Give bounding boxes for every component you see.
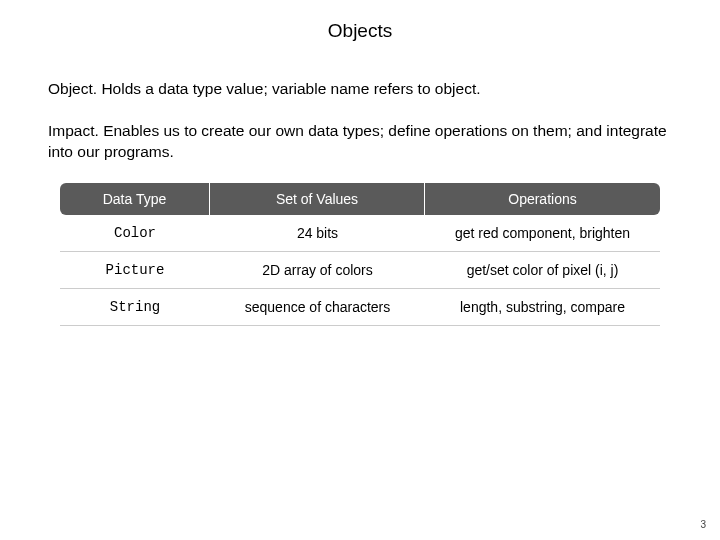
cell-data-type: Color bbox=[60, 215, 210, 252]
cell-operations: get/set color of pixel (i, j) bbox=[425, 252, 660, 289]
header-data-type: Data Type bbox=[60, 183, 210, 215]
cell-set-of-values: sequence of characters bbox=[210, 289, 425, 326]
slide-title: Objects bbox=[0, 0, 720, 78]
data-type-table: Data Type Set of Values Operations Color… bbox=[60, 183, 660, 326]
cell-operations: length, substring, compare bbox=[425, 289, 660, 326]
table-row: String sequence of characters length, su… bbox=[60, 289, 660, 326]
para2-lead: Impact. bbox=[48, 122, 99, 139]
slide-body: Object. Holds a data type value; variabl… bbox=[0, 78, 720, 326]
cell-data-type: String bbox=[60, 289, 210, 326]
cell-set-of-values: 24 bits bbox=[210, 215, 425, 252]
para1-rest: Holds a data type value; variable name r… bbox=[97, 80, 480, 97]
cell-operations: get red component, brighten bbox=[425, 215, 660, 252]
page-number: 3 bbox=[700, 519, 706, 530]
paragraph-impact: Impact. Enables us to create our own dat… bbox=[48, 120, 672, 163]
table-row: Color 24 bits get red component, brighte… bbox=[60, 215, 660, 252]
table-row: Picture 2D array of colors get/set color… bbox=[60, 252, 660, 289]
cell-data-type: Picture bbox=[60, 252, 210, 289]
table-header-row: Data Type Set of Values Operations bbox=[60, 183, 660, 215]
paragraph-object: Object. Holds a data type value; variabl… bbox=[48, 78, 672, 100]
cell-set-of-values: 2D array of colors bbox=[210, 252, 425, 289]
header-operations: Operations bbox=[425, 183, 660, 215]
para1-lead: Object. bbox=[48, 80, 97, 97]
header-set-of-values: Set of Values bbox=[210, 183, 425, 215]
para2-rest: Enables us to create our own data types;… bbox=[48, 122, 667, 161]
